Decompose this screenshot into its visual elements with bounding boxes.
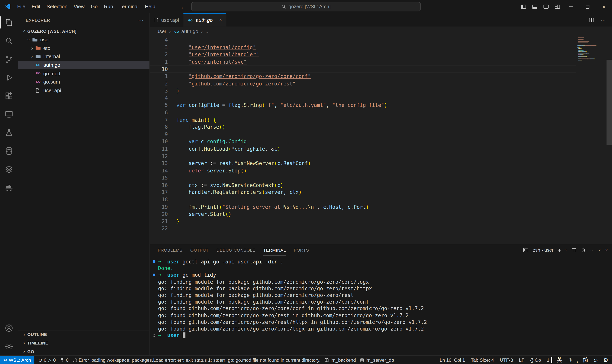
maximize-panel-icon[interactable]: › [597,249,603,251]
breadcrumb-item[interactable]: ... [205,28,210,34]
tray-icon[interactable]: ☺ [593,357,599,363]
panel-tab-ports[interactable]: PORTS [294,244,309,256]
code-line[interactable]: 16 ctx := svc.NewServiceContext(c) [150,182,576,189]
menu-edit[interactable]: Edit [28,2,43,11]
new-terminal-icon[interactable]: + [558,247,561,254]
code-line[interactable]: 20 server.Start() [150,211,576,218]
code-line[interactable]: 8 flag.Parse() [150,124,576,131]
tree-item-etc[interactable]: ›etc [18,44,149,52]
code-line[interactable]: 22 [150,225,576,233]
tab-user.api[interactable]: user.api [150,13,183,26]
code-line[interactable]: 9 [150,131,576,138]
explorer-more-icon[interactable]: ⋯ [138,17,144,23]
tree-item-user.api[interactable]: user.api [18,86,149,95]
explorer-icon[interactable] [0,13,18,32]
settings-icon[interactable] [0,337,18,355]
panel-tab-problems[interactable]: PROBLEMS [158,244,183,256]
tray-icon[interactable]: ☽ [567,357,572,363]
code-line[interactable]: 18 [150,196,576,204]
status-tab-size-4[interactable]: Tab Size: 4 [471,357,494,363]
code-line[interactable]: 2 "user/internal/handler" [150,51,576,58]
tree-item-auth.go[interactable]: GOauth.go [18,61,149,69]
tree-item-internal[interactable]: ›internal [18,52,149,61]
kill-terminal-icon[interactable] [581,247,586,253]
minimize-button[interactable] [563,0,579,13]
close-panel-icon[interactable]: × [605,247,608,253]
menu-view[interactable]: View [71,2,88,11]
command-center-search[interactable]: gozero [WSL: Arch] [191,2,421,11]
code-line[interactable]: 17 handler.RegisterHandlers(server, ctx) [150,189,576,196]
code-line[interactable]: 11 conf.MustLoad(*configFile, &c) [150,145,576,153]
tab-auth.go[interactable]: GOauth.go× [183,13,226,26]
menu-go[interactable]: Go [88,2,101,11]
code-line[interactable]: 2 "github.com/zeromicro/go-zero/rest" [150,80,576,88]
code-line[interactable]: 10 var c config.Config [150,138,576,145]
breadcrumb-item[interactable]: user [157,28,166,34]
problems-status[interactable]: ⊘0 △0 [38,357,56,363]
panel-tab-terminal[interactable]: TERMINAL [263,244,286,256]
menu-file[interactable]: File [14,2,28,11]
status-ln-10-col-1[interactable]: Ln 10, Col 1 [440,357,465,363]
section-outline[interactable]: ›OUTLINE [18,330,149,338]
code-line[interactable]: 3) [150,87,576,95]
status--go[interactable]: {} Go [530,357,541,363]
extensions-icon[interactable] [0,87,18,105]
testing-icon[interactable] [0,123,18,142]
menu-selection[interactable]: Selection [43,2,71,11]
code-line[interactable]: 4 [150,37,576,44]
tray-icon[interactable]: ⚙ [603,357,608,363]
maximize-button[interactable] [579,0,596,13]
panel-tab-debug-console[interactable]: DEBUG CONSOLE [216,244,255,256]
tree-root[interactable]: › GOZERO [WSL: ARCH] [18,27,149,35]
tray-icon[interactable]: , [577,357,578,363]
db-connection-1[interactable]: im_backend [324,357,356,363]
chevron-icon[interactable]: › [29,45,35,51]
remote-indicator[interactable]: >< WSL: Arch [0,356,34,364]
docker-icon[interactable] [0,178,18,197]
back-arrow-icon[interactable]: ← [180,3,186,10]
status-utf-8[interactable]: UTF-8 [500,357,513,363]
code-line[interactable]: 7func main() { [150,117,576,124]
tree-item-user[interactable]: ›user [18,35,149,44]
customize-layout-icon[interactable] [552,0,563,13]
section-go[interactable]: ›GO [18,347,149,355]
split-terminal-icon[interactable] [571,247,576,253]
db-connection-2[interactable]: im_server_db [360,357,394,363]
toggle-secondary-sidebar-icon[interactable] [540,0,551,13]
panel-tab-output[interactable]: OUTPUT [190,244,209,256]
menu-run[interactable]: Run [101,2,116,11]
menu-help[interactable]: Help [142,2,158,11]
code-line[interactable]: 3 "user/internal/config" [150,44,576,51]
code-line[interactable]: 10 [150,66,576,73]
chevron-icon[interactable]: › [26,37,32,43]
close-window-button[interactable]: × [596,0,612,13]
workspace-error-status[interactable]: Error loading workspace: packages.Load e… [72,357,320,363]
status-lf[interactable]: LF [519,357,525,363]
accounts-icon[interactable] [0,319,18,337]
split-editor-icon[interactable] [589,17,595,23]
toggle-panel-icon[interactable] [529,0,540,13]
run-debug-icon[interactable] [0,68,18,87]
close-tab-icon[interactable]: × [219,17,222,23]
chevron-icon[interactable]: › [29,53,35,59]
code-line[interactable]: 21} [150,218,576,225]
shell-label[interactable]: zsh - user [533,247,554,253]
code-line[interactable]: 5var configFile = flag.String("f", "etc/… [150,102,576,109]
layers-icon[interactable] [0,160,18,178]
code-line[interactable]: 4 [150,95,576,102]
panel-more-icon[interactable]: ⋯ [590,247,595,253]
terminal-dropdown-icon[interactable]: › [564,249,569,251]
source-control-icon[interactable] [0,50,18,68]
status-1[interactable]: 1 [547,357,549,363]
menu-terminal[interactable]: Terminal [116,2,142,11]
remote-explorer-icon[interactable] [0,105,18,123]
code-line[interactable]: 15 [150,175,576,182]
terminal-output[interactable]: ➜ user goctl api go -api user.api -dir .… [150,256,612,355]
code-line[interactable]: 19 fmt.Printf("Starting server at %s:%d.… [150,204,576,211]
tray-icon[interactable]: 英 [557,356,562,364]
code-line[interactable]: 12 [150,153,576,160]
breadcrumb-item[interactable]: GOauth.go [173,28,198,35]
minimap[interactable] [577,37,606,62]
tree-item-go.sum[interactable]: GOgo.sum [18,78,149,86]
code-line[interactable]: 6 [150,109,576,117]
